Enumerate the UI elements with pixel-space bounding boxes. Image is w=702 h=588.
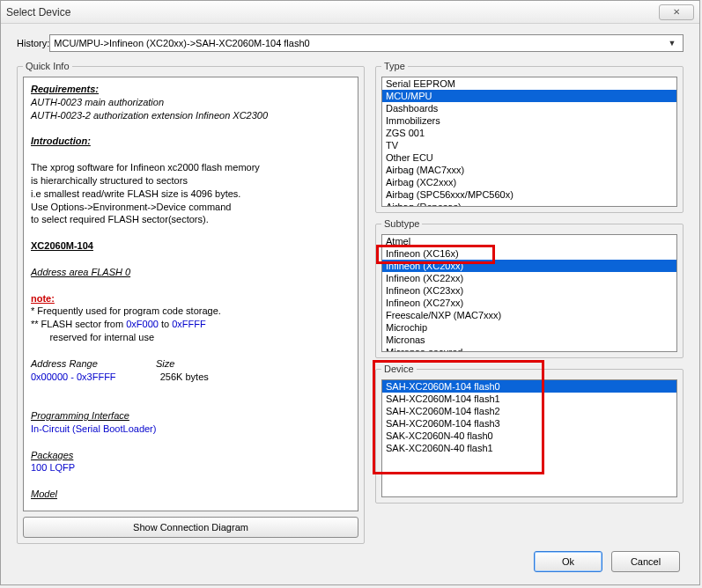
intro-line: to select required FLASH sector(sectors)… [31, 213, 351, 226]
type-item[interactable]: Dashboards [382, 102, 676, 114]
device-item[interactable]: SAH-XC2060M-104 flash2 [382, 405, 676, 417]
cancel-button[interactable]: Cancel [611, 551, 680, 572]
progif-hdr: Programming Interface [31, 410, 129, 421]
device-legend: Device [381, 364, 417, 374]
intro-line: Use Options->Environment->Device command [31, 201, 351, 214]
history-combobox[interactable]: MCU/MPU->Infineon (XC20xx)->SAH-XC2060M-… [49, 34, 684, 52]
intro-line: The xprog software for Infineon xc2000 f… [31, 161, 351, 174]
note-hdr: note: [31, 293, 55, 304]
history-label: History: [17, 38, 49, 48]
quickinfo-legend: Quick Info [23, 61, 72, 71]
device-item[interactable]: SAH-XC2060M-104 flash0 [382, 380, 676, 393]
type-item[interactable]: ZGS 001 [382, 127, 676, 139]
part-hdr: XC2060M-104 [31, 240, 93, 251]
titlebar-text: Select Device [6, 6, 70, 18]
subtype-item[interactable]: Micronas [382, 334, 676, 346]
quickinfo-textbox[interactable]: Requirements: AUTH-0023 main authorizati… [23, 77, 358, 511]
intro-hdr: Introduction: [31, 135, 351, 148]
range-row: Address Range Size [31, 357, 351, 371]
subtype-item[interactable]: Freescale/NXP (MAC7xxx) [382, 309, 676, 321]
close-button[interactable]: ✕ [659, 4, 694, 20]
type-item[interactable]: Immobilizers [382, 114, 676, 127]
type-item[interactable]: Airbag (SPC56xxx/MPC560x) [382, 188, 676, 201]
req-line: AUTH-0023 main authorization [31, 97, 164, 107]
device-item[interactable]: SAH-XC2060M-104 flash3 [382, 417, 676, 430]
subtype-item[interactable]: Atmel [382, 235, 676, 247]
type-item[interactable]: Airbag (XC2xxx) [382, 176, 676, 188]
type-item[interactable]: Airbag (Renesas) [382, 201, 676, 207]
req-line: AUTH-0023-2 authorization extension Infi… [31, 110, 268, 121]
history-value: MCU/MPU->Infineon (XC20xx)->SAH-XC2060M-… [54, 38, 665, 48]
select-device-dialog: Select Device ✕ History: MCU/MPU->Infine… [0, 0, 700, 585]
progif-val: In-Circuit (Serial BootLoader) [31, 423, 351, 436]
subtype-item[interactable]: Micronas-secured [382, 346, 676, 352]
pkg-val: 100 LQFP [31, 461, 351, 474]
type-item[interactable]: Airbag (MAC7xxx) [382, 164, 676, 176]
chevron-down-icon: ▼ [665, 39, 679, 48]
subtype-item[interactable]: Infineon (XC23xx) [382, 284, 676, 297]
titlebar: Select Device ✕ [1, 1, 699, 24]
note-line: * Frequently used for program code stora… [31, 305, 351, 318]
device-item[interactable]: SAK-XC2060N-40 flash0 [382, 430, 676, 442]
addr-hdr: Address area FLASH 0 [31, 267, 130, 277]
type-item[interactable]: TV [382, 139, 676, 151]
subtype-item[interactable]: Microchip [382, 321, 676, 334]
pkg-hdr: Packages [31, 450, 73, 460]
subtype-listbox[interactable]: AtmelInfineon (XC16x)Infineon (XC20xx)In… [381, 234, 677, 352]
type-legend: Type [381, 61, 408, 71]
device-item[interactable]: SAK-XC2060N-40 flash1 [382, 442, 676, 454]
show-connection-diagram-button[interactable]: Show Connection Diagram [23, 517, 358, 538]
subtype-item[interactable]: Infineon (XC16x) [382, 247, 676, 260]
model-hdr: Model [31, 489, 57, 499]
ok-button[interactable]: Ok [534, 551, 602, 572]
range-row-val: 0x00000 - 0x3FFFF 256K bytes [31, 371, 351, 384]
subtype-legend: Subtype [381, 218, 422, 229]
subtype-item[interactable]: Infineon (XC20xx) [382, 260, 676, 272]
device-listbox[interactable]: SAH-XC2060M-104 flash0SAH-XC2060M-104 fl… [381, 379, 677, 497]
intro-line: i.e smallest read/write FLASH size is 40… [31, 187, 351, 201]
subtype-item[interactable]: Infineon (XC27xx) [382, 297, 676, 309]
type-item[interactable]: Serial EEPROM [382, 77, 676, 90]
type-item[interactable]: Other ECU [382, 151, 676, 164]
subtype-item[interactable]: Infineon (XC22xx) [382, 272, 676, 284]
close-icon: ✕ [673, 7, 680, 17]
type-listbox[interactable]: Serial EEPROMMCU/MPUDashboardsImmobilize… [381, 77, 677, 207]
intro-line: is hierarchically structured to sectors [31, 174, 351, 187]
device-item[interactable]: SAH-XC2060M-104 flash1 [382, 393, 676, 405]
note-line: reserved for internal use [31, 331, 351, 344]
type-item[interactable]: MCU/MPU [382, 90, 676, 102]
requirements-hdr: Requirements: [31, 83, 351, 96]
note-line: ** FLASH sector from 0xF000 to 0xFFFF [31, 318, 351, 331]
